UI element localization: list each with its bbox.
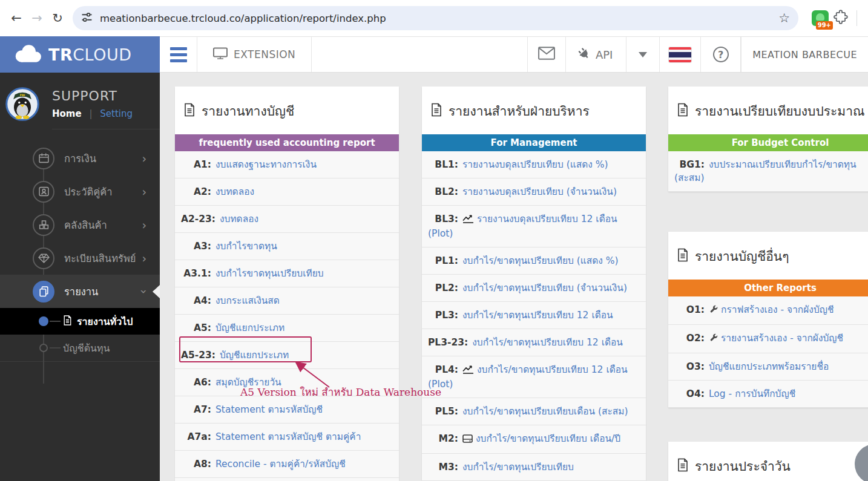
document-icon [183,103,196,120]
card-banner: For Budget Control [668,134,868,151]
report-row: A5-23:บัญชีแยกประเภท [175,342,399,369]
report-code: A5-23: [181,348,215,362]
extension-badge: 99+ [816,21,833,30]
sidebar-item-label: การเงิน [64,151,96,166]
trcloud-logo[interactable]: TRCLOUD [0,36,160,73]
report-link[interactable]: รายงานงบดุลเปรียบเทียบ (จำนวนเงิน) [462,186,617,197]
mail-button[interactable] [527,37,566,72]
report-link[interactable]: งบกำไร/ขาดทุนเปรียบเทียบ (แสดง %) [462,255,619,266]
report-link[interactable]: รายงานงบดุลเปรียบเทียบ (แสดง %) [462,159,608,170]
address-bar[interactable]: meationbarbecue.trcloud.co/application/r… [73,6,798,30]
sidebar-item-assets[interactable]: ทะเบียนสินทรัพย์› [0,241,160,275]
subitem-label: บัญชีต้นทุน [63,341,110,356]
report-link[interactable]: งบกำไร/ขาดทุนเปรียบเทียบ เดือน/ปี [476,433,620,444]
hamburger-menu-button[interactable] [160,37,197,72]
report-card-daily: รายงานประจำวัน [668,442,868,481]
report-link[interactable]: บัญชีแยกประเภท [220,350,289,361]
sidebar: FBI SUPPORT Home | Setting การเงิน›ประวั… [0,73,160,481]
document-icon [677,458,689,475]
sidebar-item-reports[interactable]: รายงาน› [0,275,160,308]
extension-nav-button[interactable]: EXTENSION [197,37,312,72]
report-link[interactable]: งบกำไร/ขาดทุนเปรียบเทียบ (จำนวนเงิน) [462,283,627,293]
report-row: PL1:งบกำไร/ขาดทุนเปรียบเทียบ (แสดง %) [422,247,646,275]
report-link[interactable]: งบกำไร/ขาดทุนเปรียบเทียบเดือน (สะสม) [462,406,628,417]
language-flag-button[interactable] [660,37,701,72]
card-banner: For Management [422,134,646,151]
report-card-budget: รายงานเปรียบเทียบงบประมาณFor Budget Cont… [668,87,868,192]
report-code: PL3: [428,309,458,322]
setting-link[interactable]: Setting [100,108,133,119]
envelope-icon [538,47,555,62]
report-row: M2:งบกำไร/ขาดทุนเปรียบเทียบ เดือน/ปี [422,425,646,454]
reload-button[interactable]: ↻ [47,8,68,28]
back-button[interactable]: ← [6,8,27,28]
report-row: A4:งบกระแสเงินสด [175,287,399,315]
report-link[interactable]: งบกำไร/ขาดทุนเปรียบเทียบ 12 เดือน [472,337,623,348]
report-code: PL1: [428,254,458,267]
sidebar-item-partners[interactable]: ประวัติคู่ค้า› [0,175,160,208]
report-code: O3: [674,360,705,373]
document-icon [430,103,442,120]
report-code: PL5: [428,405,458,418]
caret-down-icon [639,52,647,62]
sidebar-item-inventory[interactable]: คลังสินค้า› [0,208,160,241]
report-row: BL1:รายงานงบดุลเปรียบเทียบ (แสดง %) [422,151,646,178]
forward-icon: → [31,11,42,25]
card-title: รายงานสำหรับฝ่ายบริหาร [422,87,646,134]
report-link[interactable]: สมุดบัญชีรายวัน [215,377,281,388]
bookmark-star-icon[interactable]: ☆ [778,11,790,25]
report-link[interactable]: งบกำไรขาดทุนเปรียบเทียบ [215,268,324,279]
report-row: PL5:งบกำไร/ขาดทุนเปรียบเทียบเดือน (สะสม) [422,398,646,425]
report-row: A5:บัญชีแยกประเภท [175,315,399,342]
sidebar-subitem-1[interactable]: บัญชีต้นทุน [0,335,160,361]
report-row: PL3:งบกำไร/ขาดทุนเปรียบเทียบ 12 เดือน [422,302,646,329]
chevron-right-icon: › [142,152,146,165]
home-link[interactable]: Home [52,108,82,119]
report-row: O4:Log - การบันทึกบัญชี [668,381,868,408]
help-button[interactable]: ? [701,37,741,72]
report-link[interactable]: Log - การบันทึกบัญชี [709,388,795,399]
report-link[interactable]: งบกำไร/ขาดทุนเปรียบเทียบ [462,462,574,473]
report-link[interactable]: งบแสดงฐานะทางการเงิน [215,159,317,170]
report-row: PL4:งบกำไร/ขาดทุนเปรียบเทียบ 12 เดือน (P… [422,356,646,398]
report-link[interactable]: งบกำไร/ขาดทุนเปรียบเทียบ 12 เดือน [462,310,613,321]
site-info-icon[interactable] [81,11,93,25]
card-banner: Other Reports [668,280,868,296]
report-link[interactable]: งบกระแสเงินสด [215,295,280,306]
report-row: A3.1:งบกำไรขาดทุนเปรียบเทียบ [175,260,399,287]
report-code: PL3-23: [428,336,468,349]
report-code: PL2: [428,281,458,295]
report-link[interactable]: งบกำไรขาดทุน [215,241,277,252]
api-button[interactable]: API [566,37,626,72]
report-link[interactable]: Reconcile - ตามคู่ค้า/รหัสบัญชี [215,459,346,470]
dropdown-caret-button[interactable] [626,37,660,72]
chevron-right-icon: › [142,252,146,265]
profile-name: SUPPORT [52,88,160,103]
sidebar-item-label: คลังสินค้า [64,217,107,233]
extensions-puzzle-button[interactable] [833,9,849,27]
report-link[interactable]: งบทดลอง [215,186,254,197]
report-link[interactable]: รายงานสร้างเอง - จากผังบัญชี [721,333,843,344]
chevron-up-icon [866,455,868,473]
avatar[interactable]: FBI [5,87,39,121]
report-code: A2: [181,185,211,198]
report-link[interactable]: บัญชีแยกประเภท [215,322,284,333]
report-code: O4: [674,387,705,401]
report-link[interactable]: Statement ตามรหัสบัญชี ตามคู่ค้า [215,431,361,442]
report-code: PL4: [428,363,458,376]
cloud-icon [12,43,44,66]
report-link[interactable]: กราฟสร้างเอง - จากผังบัญชี [721,304,833,315]
back-icon: ← [11,11,22,25]
company-name[interactable]: MEATION BARBECUE [741,37,868,72]
forward-button[interactable]: → [27,8,47,28]
card-title: รายงานทางบัญชี [175,87,399,134]
report-row: PL2:งบกำไร/ขาดทุนเปรียบเทียบ (จำนวนเงิน) [422,275,646,302]
report-link[interactable]: บัญชีแยกประเภทพร้อมรายชื่อ [709,361,829,372]
adblock-extension-button[interactable]: 99+ [812,10,829,26]
sidebar-subitem-0[interactable]: รายงานทั่วไป [0,308,160,335]
report-link[interactable]: Statement ตามรหัสบัญชี [215,404,323,415]
app-header: TRCLOUD EXTENSION API [0,36,868,73]
sidebar-item-finance[interactable]: การเงิน› [0,142,160,175]
report-link[interactable]: งบทดลอง [220,214,258,224]
report-row: A1:งบแสดงฐานะทางการเงิน [175,151,399,178]
